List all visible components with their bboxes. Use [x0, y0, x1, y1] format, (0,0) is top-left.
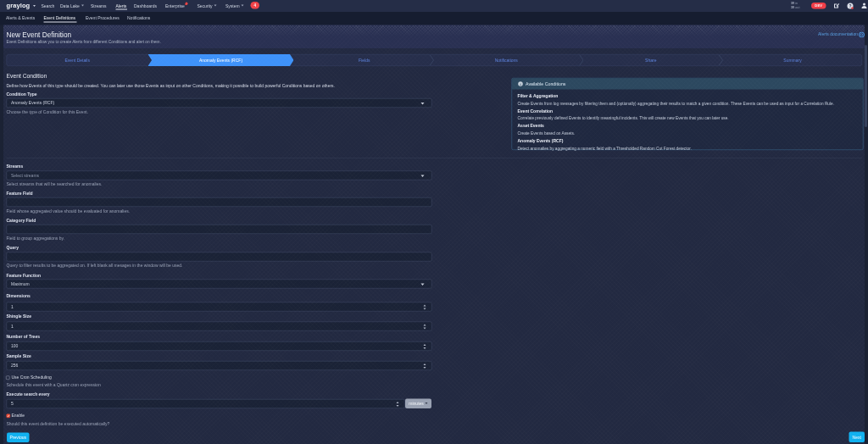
svg-text:?: ? — [849, 3, 851, 8]
